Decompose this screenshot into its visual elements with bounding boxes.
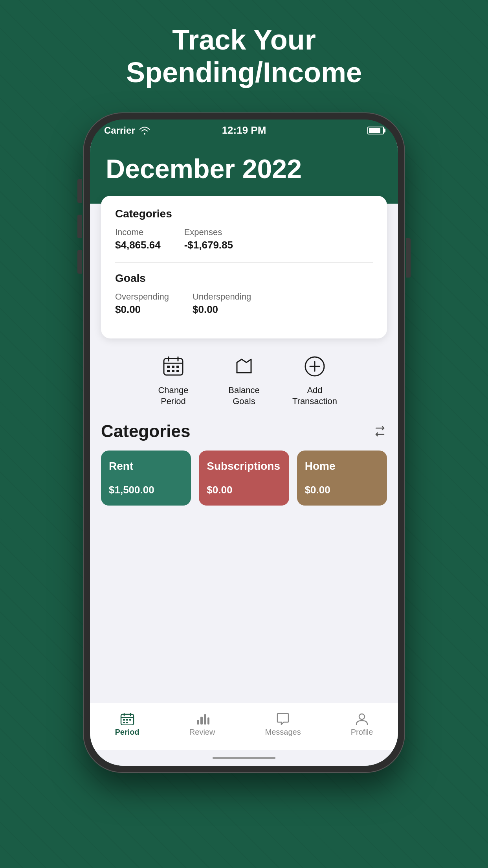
category-card-home[interactable]: Home $0.00	[297, 451, 387, 506]
categories-row: Income $4,865.64 Expenses -$1,679.85	[115, 227, 373, 251]
svg-rect-5	[172, 366, 174, 368]
status-right	[367, 127, 384, 134]
income-item: Income $4,865.64	[115, 227, 161, 251]
change-period-label: ChangePeriod	[158, 385, 188, 407]
categories-card-title: Categories	[115, 208, 373, 220]
tab-profile[interactable]: Profile	[351, 713, 373, 737]
phone-outer-shell: Carrier 12:19 PM	[83, 112, 405, 773]
month-title: December 2022	[106, 153, 382, 184]
change-period-button[interactable]: ChangePeriod	[150, 353, 197, 407]
tab-profile-label: Profile	[351, 728, 373, 737]
svg-point-27	[359, 714, 365, 719]
svg-rect-18	[123, 719, 125, 721]
phone-device: Carrier 12:19 PM	[83, 112, 405, 773]
svg-rect-20	[129, 719, 131, 721]
goals-row: Overspending $0.00 Underspending $0.00	[115, 292, 373, 316]
balance-goals-label: BalanceGoals	[228, 385, 260, 407]
svg-rect-4	[167, 366, 170, 368]
tab-bar: Period Review	[90, 703, 398, 750]
summary-card: Categories Income $4,865.64 Expenses -$1…	[101, 196, 387, 338]
svg-rect-6	[176, 366, 179, 368]
tab-period-label: Period	[115, 728, 139, 737]
profile-tab-icon	[355, 713, 369, 725]
categories-section: Categories Rent	[90, 421, 398, 703]
wifi-icon	[139, 126, 150, 135]
tab-messages[interactable]: Messages	[265, 713, 301, 737]
tab-period[interactable]: Period	[115, 713, 139, 737]
review-tab-icon	[195, 713, 209, 725]
overspending-label: Overspending	[115, 292, 169, 302]
battery-fill	[369, 128, 380, 133]
income-value: $4,865.64	[115, 239, 161, 251]
category-card-subscriptions[interactable]: Subscriptions $0.00	[199, 451, 289, 506]
underspending-item: Underspending $0.00	[193, 292, 251, 316]
battery-icon	[367, 127, 384, 134]
sort-icon[interactable]	[373, 424, 387, 438]
balance-goals-button[interactable]: BalanceGoals	[220, 353, 268, 407]
svg-rect-22	[126, 722, 128, 723]
messages-tab-icon	[276, 713, 290, 725]
app-content: December 2022 Categories Income $4,865.6…	[90, 142, 398, 766]
income-label: Income	[115, 227, 161, 237]
overspending-item: Overspending $0.00	[115, 292, 169, 316]
rent-card-amount: $1,500.00	[109, 484, 183, 496]
svg-rect-24	[200, 717, 203, 725]
expenses-label: Expenses	[184, 227, 233, 237]
section-header: Categories	[101, 421, 387, 441]
app-header: December 2022	[90, 142, 398, 204]
categories-section-title: Categories	[101, 421, 190, 441]
svg-rect-19	[126, 719, 128, 721]
card-divider	[115, 262, 373, 263]
page-headline: Track Your Spending/Income	[126, 24, 362, 89]
action-buttons-row: ChangePeriod BalanceGoals	[90, 338, 398, 421]
goals-card-title: Goals	[115, 272, 373, 285]
period-tab-icon	[120, 713, 134, 725]
rent-card-name: Rent	[109, 460, 183, 473]
home-card-name: Home	[305, 460, 379, 473]
tab-messages-label: Messages	[265, 728, 301, 737]
add-transaction-label: AddTransaction	[292, 385, 337, 407]
overspending-value: $0.00	[115, 303, 169, 316]
category-card-rent[interactable]: Rent $1,500.00	[101, 451, 191, 506]
carrier-label: Carrier	[104, 125, 135, 136]
add-transaction-icon	[301, 353, 328, 380]
phone-inner-screen: Carrier 12:19 PM	[90, 120, 398, 766]
expenses-value: -$1,679.85	[184, 239, 233, 251]
home-card-amount: $0.00	[305, 484, 379, 496]
balance-goals-icon	[230, 353, 258, 380]
svg-rect-26	[207, 717, 209, 725]
svg-rect-8	[172, 370, 174, 372]
status-time: 12:19 PM	[222, 124, 266, 136]
home-indicator	[90, 750, 398, 766]
svg-rect-7	[167, 370, 170, 372]
home-bar	[213, 757, 275, 759]
status-left: Carrier	[104, 125, 150, 136]
underspending-label: Underspending	[193, 292, 251, 302]
underspending-value: $0.00	[193, 303, 251, 316]
change-period-icon	[160, 353, 187, 380]
svg-rect-25	[204, 714, 206, 725]
tab-review-label: Review	[189, 728, 215, 737]
category-cards-row: Rent $1,500.00 Subscriptions $0.00 Home …	[101, 451, 387, 506]
subscriptions-card-amount: $0.00	[207, 484, 281, 496]
expenses-item: Expenses -$1,679.85	[184, 227, 233, 251]
svg-rect-23	[197, 720, 199, 725]
subscriptions-card-name: Subscriptions	[207, 460, 281, 473]
tab-review[interactable]: Review	[189, 713, 215, 737]
add-transaction-button[interactable]: AddTransaction	[291, 353, 338, 407]
svg-rect-21	[123, 722, 125, 723]
svg-rect-9	[176, 370, 179, 372]
status-bar: Carrier 12:19 PM	[90, 120, 398, 142]
